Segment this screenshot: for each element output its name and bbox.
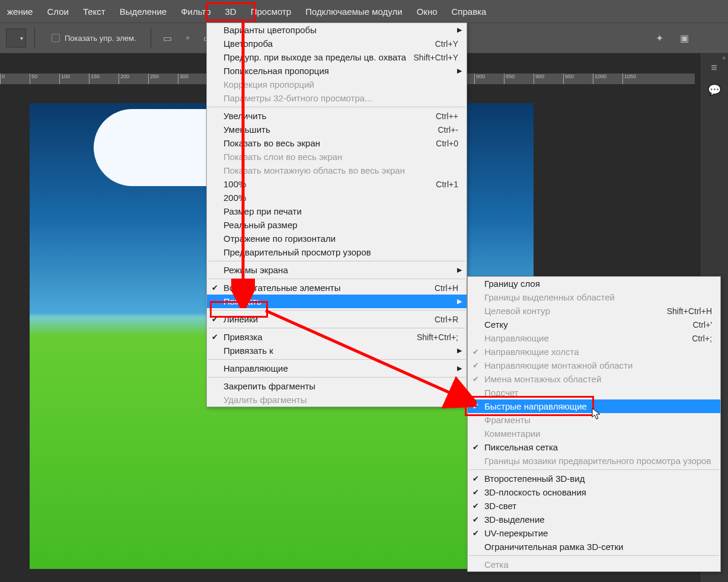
- show-menu-item-3[interactable]: СеткуCtrl+': [468, 318, 720, 331]
- show-menu-item-17[interactable]: ✔3D-свет: [468, 499, 720, 513]
- menu-help[interactable]: Справка: [445, 0, 494, 23]
- menu-item-label: 3D-плоскость основания: [484, 487, 586, 497]
- view-menu-item-31[interactable]: Закрепить фрагменты: [207, 379, 467, 393]
- view-menu-item-5: Параметры 32-битного просмотра...: [207, 91, 467, 105]
- menu-window[interactable]: Окно: [410, 0, 445, 23]
- ruler-tick: 1050: [622, 73, 652, 84]
- view-menu-item-24[interactable]: ✔ЛинейкиCtrl+R: [207, 312, 467, 326]
- mode-3d-icon[interactable]: ✦: [651, 30, 668, 46]
- view-menu-item-19[interactable]: Режимы экрана▶: [207, 263, 467, 277]
- show-menu-item-12[interactable]: ✔Пиксельная сетка: [468, 440, 720, 454]
- show-menu-item-6: ✔Направляющие монтажной области: [468, 359, 720, 372]
- view-menu-item-7[interactable]: УвеличитьCtrl++: [207, 109, 467, 123]
- collapse-icon[interactable]: «: [722, 55, 726, 61]
- menu-item-label: Показать слои во весь экран: [223, 152, 342, 162]
- menu-item-label: Вспомогательные элементы: [223, 283, 340, 293]
- menu-item-shortcut: Ctrl+1: [436, 180, 458, 189]
- camera-icon[interactable]: ▣: [676, 30, 692, 46]
- menu-separator: [208, 279, 465, 279]
- menu-item-label: Отражение по горизонтали: [223, 234, 336, 244]
- menu-layers[interactable]: Слои: [40, 0, 75, 23]
- show-menu-item-16[interactable]: ✔3D-плоскость основания: [468, 485, 720, 499]
- menu-item-label: Имена монтажных областей: [484, 374, 601, 384]
- view-menu-item-21[interactable]: ✔Вспомогательные элементыCtrl+H: [207, 281, 467, 295]
- view-menu-item-14[interactable]: Размер при печати: [207, 204, 467, 218]
- ruler-tick: 50: [30, 73, 59, 84]
- view-menu-item-22[interactable]: Показать▶: [207, 295, 467, 308]
- view-menu-item-12[interactable]: 100%Ctrl+1: [207, 177, 467, 191]
- panel-icon-2[interactable]: 💬: [706, 82, 723, 98]
- view-menu-item-17[interactable]: Предварительный просмотр узоров: [207, 245, 467, 259]
- menu-select[interactable]: Выделение: [113, 0, 174, 23]
- menu-filter[interactable]: Фильтр: [174, 0, 218, 23]
- view-menu-item-1[interactable]: ЦветопробаCtrl+Y: [207, 37, 467, 50]
- show-submenu-dropdown: Границу слояГраницы выделенных областейЦ…: [467, 276, 721, 572]
- show-menu-item-0[interactable]: Границу слоя: [468, 277, 720, 290]
- submenu-arrow-icon: ▶: [457, 26, 462, 34]
- view-menu-item-16[interactable]: Отражение по горизонтали: [207, 232, 467, 245]
- menu-item-label: Уменьшить: [223, 124, 270, 135]
- align-center-icon[interactable]: ▫: [180, 30, 196, 46]
- menu-item-label: Варианты цветопробы: [223, 25, 317, 35]
- show-menu-item-19[interactable]: ✔UV-перекрытие: [468, 526, 720, 540]
- check-icon: ✔: [472, 375, 479, 383]
- menu-item-label: Предупр. при выходе за пределы цв. охват…: [223, 52, 406, 62]
- menu-item-label: Закрепить фрагменты: [223, 381, 315, 391]
- menu-item-shortcut: Ctrl+R: [435, 315, 458, 324]
- menu-plugins[interactable]: Подключаемые модули: [298, 0, 409, 23]
- menu-image[interactable]: жение: [0, 0, 40, 23]
- check-icon: ✔: [472, 402, 479, 411]
- menu-item-label: Сетку: [484, 319, 508, 330]
- view-menu-item-29[interactable]: Направляющие▶: [207, 362, 467, 375]
- separator: [34, 27, 35, 49]
- menu-item-label: Направляющие: [223, 363, 288, 373]
- menu-item-shortcut: Ctrl+;: [692, 334, 712, 343]
- menu-item-shortcut: Shift+Ctrl+;: [417, 332, 458, 342]
- menu-3d[interactable]: 3D: [218, 0, 244, 23]
- view-menu-item-26[interactable]: ✔ПривязкаShift+Ctrl+;: [207, 330, 467, 344]
- show-controls-checkbox[interactable]: Показать упр. элем.: [52, 34, 136, 43]
- menu-item-label: Пиксельная сетка: [484, 442, 558, 452]
- menu-item-label: Показать: [223, 296, 261, 306]
- menu-separator: [469, 469, 719, 470]
- view-menu-item-15[interactable]: Реальный размер: [207, 218, 467, 232]
- align-left-icon[interactable]: ▭: [159, 30, 176, 46]
- panel-icon-1[interactable]: ≡: [706, 59, 723, 76]
- check-icon: ✔: [472, 361, 479, 370]
- menu-item-label: Комментарии: [484, 428, 540, 439]
- show-menu-item-15[interactable]: ✔Второстепенный 3D-вид: [468, 472, 720, 485]
- view-menu-item-0[interactable]: Варианты цветопробы▶: [207, 23, 467, 37]
- menu-view[interactable]: Просмотр: [244, 0, 299, 23]
- menu-item-label: Ограничительная рамка 3D-сетки: [484, 542, 623, 552]
- menu-separator: [208, 377, 465, 378]
- ruler-tick: 900: [534, 73, 563, 84]
- tool-preset-dropdown[interactable]: ▾: [6, 28, 26, 47]
- menu-item-label: Направляющие холста: [484, 347, 579, 357]
- menu-item-label: Коррекция пропорций: [223, 79, 314, 89]
- view-menu-item-8[interactable]: УменьшитьCtrl+-: [207, 123, 467, 136]
- view-menu-item-3[interactable]: Попиксельная пропорция▶: [207, 64, 467, 78]
- menu-item-shortcut: Shift+Ctrl+Y: [414, 53, 458, 62]
- view-menu-item-9[interactable]: Показать во весь экранCtrl+0: [207, 136, 467, 150]
- menu-item-shortcut: Ctrl+0: [436, 139, 458, 148]
- show-menu-item-20[interactable]: Ограничительная рамка 3D-сетки: [468, 540, 720, 554]
- view-menu-item-27[interactable]: Привязать к▶: [207, 344, 467, 357]
- chevron-down-icon: ▾: [20, 35, 23, 41]
- menu-text[interactable]: Текст: [76, 0, 113, 23]
- menu-item-label: Цветопроба: [223, 39, 273, 49]
- view-menu-item-32: Удалить фрагменты: [207, 393, 467, 407]
- show-menu-item-1: Границы выделенных областей: [468, 290, 720, 304]
- view-menu-item-13[interactable]: 200%: [207, 191, 467, 204]
- show-menu-item-5: ✔Направляющие холста: [468, 345, 720, 359]
- show-menu-item-18[interactable]: ✔3D-выделение: [468, 513, 720, 526]
- show-menu-item-4: НаправляющиеCtrl+;: [468, 331, 720, 345]
- show-menu-item-22: Сетка: [468, 558, 720, 571]
- menu-item-label: Направляющие монтажной области: [484, 360, 633, 370]
- menu-item-label: 200%: [223, 193, 246, 203]
- ruler-tick: 850: [504, 73, 534, 84]
- menu-item-label: UV-перекрытие: [484, 528, 548, 538]
- menu-item-shortcut: Ctrl++: [436, 111, 458, 121]
- menu-separator: [208, 261, 465, 261]
- menu-item-label: 3D-свет: [484, 501, 516, 511]
- view-menu-item-2[interactable]: Предупр. при выходе за пределы цв. охват…: [207, 50, 467, 64]
